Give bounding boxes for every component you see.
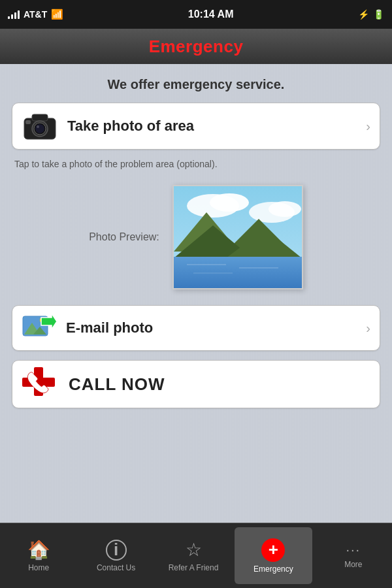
call-now-row[interactable]: CALL NOW [12,360,380,408]
tab-contact-label: Contact Us [97,563,135,572]
info-icon: i [106,540,127,561]
svg-point-5 [37,125,39,128]
svg-point-9 [210,193,249,212]
wifi-icon: 📶 [51,8,63,20]
photo-preview-label: Photo Preview: [89,231,159,243]
camera-icon [22,110,58,142]
take-photo-label: Take photo of area [67,118,357,135]
emergency-plus-icon: + [261,538,285,562]
clock: 10:14 AM [188,8,234,20]
tab-more-label: More [344,560,362,569]
status-bar: AT&T 📶 10:14 AM ⚡ 🔋 [0,0,392,29]
tab-emergency-label: Emergency [253,564,293,574]
home-icon: 🏠 [27,539,50,561]
subtitle: We offer emergency service. [12,77,380,92]
email-photo-label: E-mail photo [66,319,357,336]
svg-rect-6 [25,120,31,124]
tab-bar: 🏠 Home i Contact Us ☆ Refer A Friend + E… [0,523,392,588]
photo-frame [172,185,303,289]
signal-icon [8,10,20,19]
photo-preview-section: Photo Preview: [12,178,380,296]
main-content: We offer emergency service. Take photo o… [0,64,392,523]
photo-landscape [174,186,302,288]
bluetooth-icon: ⚡ [358,9,369,20]
tab-refer[interactable]: ☆ Refer A Friend [155,523,232,588]
more-icon: ··· [346,542,361,557]
svg-point-4 [35,124,44,133]
svg-point-11 [269,201,301,217]
call-now-icon [22,367,59,401]
take-photo-row[interactable]: Take photo of area › [12,103,380,150]
svg-rect-1 [32,114,48,121]
star-icon: ☆ [186,539,202,561]
email-photo-chevron: › [366,321,370,336]
status-left: AT&T 📶 [8,8,63,20]
tab-more[interactable]: ··· More [315,523,392,588]
svg-rect-16 [174,257,302,288]
email-photo-icon [22,312,57,344]
page-title: Emergency [149,37,244,57]
tab-refer-label: Refer A Friend [169,563,219,572]
email-photo-row[interactable]: E-mail photo › [12,305,380,351]
status-right: ⚡ 🔋 [358,9,384,20]
battery-icon: 🔋 [373,9,384,20]
tab-contact[interactable]: i Contact Us [77,523,154,588]
take-photo-description: Tap to take a photo of the problem area … [12,159,380,169]
header: Emergency [0,29,392,64]
carrier-label: AT&T [24,9,47,20]
tab-home[interactable]: 🏠 Home [0,523,77,588]
tab-emergency[interactable]: + Emergency [235,527,312,584]
take-photo-chevron: › [366,119,370,134]
call-now-label: CALL NOW [69,374,370,395]
tab-home-label: Home [28,563,49,572]
